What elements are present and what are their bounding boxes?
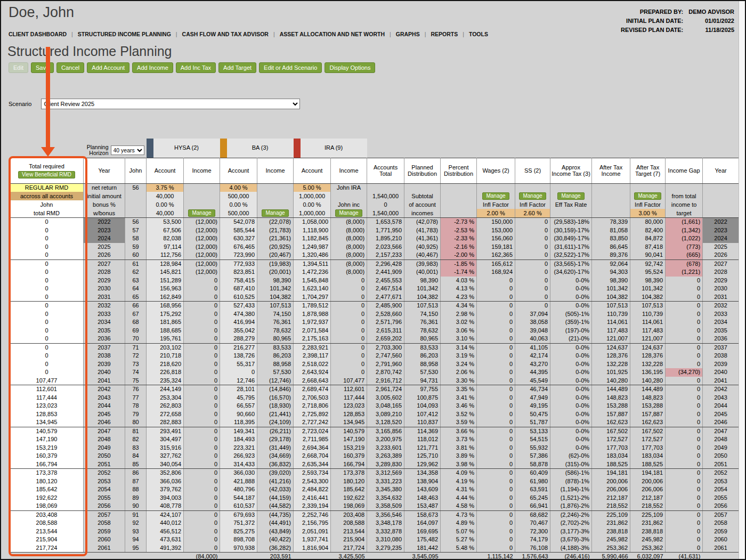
cell-age-john: 80: [125, 418, 147, 427]
planned-distribution-subheader: of account: [404, 200, 441, 209]
nav-item-cash-flow-and-tax-advisor[interactable]: CASH FLOW AND TAX ADVISOR: [182, 30, 269, 38]
cell-ba-account: 355,042: [220, 327, 257, 335]
cell-percent-distribution: -2.16 %: [441, 243, 477, 251]
cell-rmd-total: 0: [10, 268, 84, 277]
manage-button[interactable]: Manage: [482, 192, 509, 200]
cell-wages: 0: [477, 293, 515, 302]
cell-income-gap: (1,022): [666, 234, 703, 243]
nav-item-tools[interactable]: TOOLS: [469, 30, 488, 38]
cell-hysa-account: 175,292: [147, 310, 184, 319]
cell-percent-distribution: 3.98 %: [441, 460, 477, 469]
cell-ira-account: 2,593,734: [294, 469, 331, 477]
cell-ira-account: 2,518,022: [294, 360, 331, 369]
nav-item-client-dashboard[interactable]: CLIENT DASHBOARD: [9, 30, 67, 38]
column-header-age-john: John: [125, 158, 147, 183]
cell-after-tax-target: 206,006: [630, 485, 666, 494]
cell-ira-account: 2,727,242: [294, 418, 331, 427]
cell-percent-distribution: -2.33 %: [441, 234, 477, 243]
vertical-scrollbar[interactable]: [739, 1, 745, 559]
cell-after-tax-target: 200,006: [630, 477, 666, 486]
cell-after-tax-income: 81,058: [592, 226, 630, 235]
hysa-income-subheader: [184, 200, 220, 209]
cell-percent-distribution: 3.73 %: [441, 435, 477, 444]
cell-hysa-account: 293,491: [147, 427, 184, 435]
cell-rmd-total: 173,378: [10, 469, 84, 477]
manage-button[interactable]: Manage: [557, 192, 584, 200]
social-security-subheader: 2.60 %: [515, 209, 550, 218]
manage-button[interactable]: Manage: [262, 209, 288, 217]
column-header-hysa-income: Income: [184, 158, 220, 183]
manage-button[interactable]: Manage: [634, 192, 661, 200]
cell-accounts-total: 2,961,724: [367, 385, 404, 394]
year-subheader: initial amount: [84, 192, 125, 200]
cell-year: 2033: [84, 310, 125, 319]
add-account-button[interactable]: Add Account: [87, 62, 129, 73]
table-row: 020225653,500(12,000)542,078(22,078)1,05…: [10, 218, 739, 226]
cell-rmd-total: 0: [10, 360, 84, 369]
cell-planned-distribution: 100,875: [404, 394, 441, 402]
cell-ira-income: 160,379: [331, 452, 367, 460]
manage-button[interactable]: Manage: [335, 209, 362, 217]
cell-hysa-income: 0: [184, 527, 220, 536]
nav-item-reports[interactable]: REPORTS: [431, 30, 458, 38]
age-john-subheader: 56: [125, 183, 147, 192]
cell-accounts-total: 3,348,178: [367, 519, 404, 527]
cell-income-gap: 0: [666, 452, 703, 460]
cell-year: 2032: [84, 302, 125, 310]
cell-year-right: 2034: [703, 318, 739, 327]
cell-ba-income: 98,390: [257, 277, 294, 285]
column-header-income-gap: Income Gap: [666, 158, 703, 183]
cell-planned-distribution: 169,695: [404, 527, 441, 536]
cell-ira-income: 0: [331, 302, 367, 310]
cell-rmd-total: 180,120: [10, 477, 84, 486]
cell-rmd-total: 217,724: [10, 544, 84, 553]
cell-ira-account: 2,635,344: [294, 460, 331, 469]
rmd-side-label: accross all accounts: [10, 192, 84, 200]
cell-social-security: 0: [515, 268, 550, 277]
edit-or-add-scenario-button[interactable]: Edit or Add Scenario: [259, 62, 322, 73]
add-target-button[interactable]: Add Target: [218, 62, 256, 73]
cell-percent-distribution: 4.13 %: [441, 285, 477, 293]
nav-separator: |: [463, 31, 464, 37]
cell-percent-distribution: 2.06 %: [441, 368, 477, 377]
cell-social-security: 68,682: [515, 510, 550, 519]
cell-percent-distribution: 5.48 %: [441, 544, 477, 553]
nav-item-graphs[interactable]: GRAPHS: [396, 30, 420, 38]
cell-ira-income: 117,444: [331, 394, 367, 402]
display-options-button[interactable]: Display Options: [325, 62, 375, 73]
planning-horizon-select[interactable]: 40 years: [111, 145, 144, 155]
cell-wages: 0: [477, 285, 515, 293]
save-button[interactable]: Save: [31, 62, 54, 73]
manage-button[interactable]: Manage: [188, 209, 215, 217]
cell-year-right: 2029: [703, 277, 739, 285]
cell-hysa-income: (12,000): [184, 234, 220, 243]
cancel-button[interactable]: Cancel: [56, 62, 84, 73]
view-beneficial-rmd-button[interactable]: View Beneficial RMD: [18, 171, 75, 178]
cell-social-security: 60,409: [515, 469, 550, 477]
cell-income-gap: 0: [666, 343, 703, 352]
edit-button[interactable]: Edit: [9, 62, 28, 73]
cell-year: 2037: [84, 343, 125, 352]
cell-social-security: 37,094: [515, 310, 550, 319]
total-ira-income: 3,425,505: [331, 553, 367, 560]
cell-hysa-income: 0: [184, 519, 220, 527]
cell-income-gap: 0: [666, 510, 703, 519]
cell-age-john: 67: [125, 310, 147, 319]
cell-ira-account: 1,789,512: [294, 302, 331, 310]
year-right-subheader: [703, 183, 739, 192]
cell-hysa-account: 235,324: [147, 377, 184, 385]
cell-after-tax-income: 114,061: [592, 318, 630, 327]
nav-item-asset-allocation-and-net-worth[interactable]: ASSET ALLOCATION AND NET WORTH: [280, 30, 385, 38]
cell-hysa-income: 0: [184, 485, 220, 494]
add-inc-tax-button[interactable]: Add Inc Tax: [176, 62, 216, 73]
cell-after-tax-target: 121,007: [630, 335, 666, 343]
add-income-button[interactable]: Add Income: [132, 62, 173, 73]
manage-button[interactable]: Manage: [519, 192, 546, 200]
nav-item-structured-income-planning[interactable]: STRUCTURED INCOME PLANNING: [78, 30, 171, 38]
scenario-select[interactable]: Client Review 2025: [41, 99, 300, 109]
cell-ba-income: (16,570): [257, 394, 294, 402]
cell-hysa-account: 394,003: [147, 494, 184, 502]
cell-after-tax-target: 84,872: [630, 234, 666, 243]
cell-income-gap: 0: [666, 377, 703, 385]
column-header-percent-distribution: Percent Distribution: [441, 158, 477, 183]
